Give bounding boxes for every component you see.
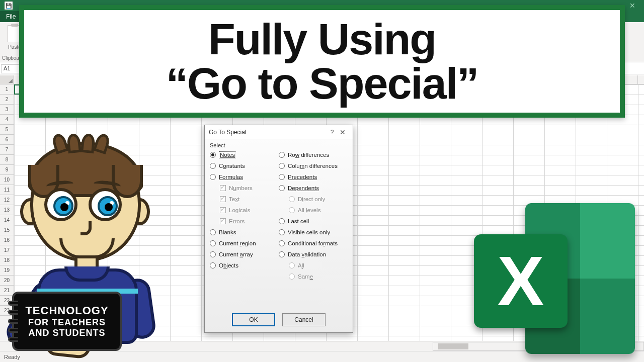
row-header[interactable]: 13 — [0, 205, 14, 215]
row-header[interactable]: 21 — [0, 286, 14, 296]
row-header[interactable]: 20 — [0, 276, 14, 286]
row-header[interactable]: 18 — [0, 255, 14, 265]
radio-direct-only: Direct only — [279, 194, 348, 205]
radio-constants[interactable]: Constants — [210, 160, 279, 171]
row-header[interactable]: 5 — [0, 125, 14, 135]
radio-current-array[interactable]: Current array — [210, 249, 279, 260]
row-header[interactable]: 8 — [0, 155, 14, 165]
row-header[interactable]: 10 — [0, 175, 14, 185]
channel-line-2: FOR TEACHERS — [14, 317, 120, 328]
dialog-title: Go To Special — [209, 129, 328, 136]
check-errors: Errors — [210, 216, 279, 227]
dialog-button-row: OK Cancel — [205, 313, 353, 326]
row-header[interactable]: 19 — [0, 265, 14, 276]
row-header[interactable]: 16 — [0, 235, 14, 245]
row-header[interactable]: 12 — [0, 195, 14, 205]
check-text: Text — [210, 194, 279, 205]
notebook-spiral-icon — [8, 299, 18, 344]
ok-button[interactable]: OK — [232, 313, 275, 326]
radio-dependents[interactable]: Dependents — [279, 183, 348, 194]
dialog-section-label: Select — [205, 139, 353, 149]
go-to-special-dialog: Go To Special ? ✕ Select Notes Constants… — [204, 125, 353, 333]
dialog-right-column: Row differences Column differences Prece… — [279, 149, 348, 282]
row-header[interactable]: 2 — [0, 95, 14, 105]
radio-precedents[interactable]: Precedents — [279, 171, 348, 183]
radio-objects[interactable]: Objects — [210, 260, 279, 271]
select-all-triangle[interactable] — [0, 75, 14, 84]
dialog-close-icon[interactable]: ✕ — [337, 128, 349, 136]
channel-logo: TECHNOLOGY FOR TEACHERS AND STUDENTS — [12, 292, 122, 351]
headline-line-2: “Go to Special” — [166, 61, 478, 106]
row-header[interactable]: 17 — [0, 245, 14, 255]
radio-all-levels: All levels — [279, 205, 348, 216]
radio-column-differences[interactable]: Column differences — [279, 160, 348, 171]
row-header[interactable]: 9 — [0, 165, 14, 175]
headline-banner: Fully Using “Go to Special” — [19, 5, 625, 118]
channel-line-1: TECHNOLOGY — [14, 304, 120, 317]
radio-dv-all: All — [279, 260, 348, 271]
row-header[interactable]: 14 — [0, 215, 14, 225]
channel-line-3: AND STUDENTS — [14, 328, 120, 338]
row-header[interactable]: 11 — [0, 185, 14, 195]
excel-product-icon: X — [474, 203, 635, 354]
row-header[interactable]: 15 — [0, 225, 14, 235]
row-header[interactable]: 7 — [0, 145, 14, 155]
radio-formulas[interactable]: Formulas — [210, 171, 279, 183]
radio-current-region[interactable]: Current region — [210, 238, 279, 249]
radio-row-differences[interactable]: Row differences — [279, 149, 348, 160]
row-header[interactable]: 4 — [0, 115, 14, 125]
radio-last-cell[interactable]: Last cell — [279, 216, 348, 227]
radio-blanks[interactable]: Blanks — [210, 227, 279, 238]
dialog-help-icon[interactable]: ? — [328, 129, 337, 136]
radio-dv-same: Same — [279, 271, 348, 282]
headline-line-1: Fully Using — [208, 17, 436, 61]
radio-data-validation[interactable]: Data validation — [279, 249, 348, 260]
status-ready: Ready — [4, 354, 20, 360]
excel-x-glyph: X — [497, 240, 544, 322]
check-logicals: Logicals — [210, 205, 279, 216]
radio-notes[interactable]: Notes — [210, 149, 279, 160]
row-header[interactable]: 3 — [0, 105, 14, 115]
radio-conditional-formats[interactable]: Conditional formats — [279, 238, 348, 249]
dialog-titlebar[interactable]: Go To Special ? ✕ — [205, 125, 353, 139]
save-icon[interactable]: 💾 — [4, 1, 13, 10]
check-numbers: Numbers — [210, 183, 279, 194]
file-tab[interactable]: File — [0, 11, 22, 22]
row-header[interactable]: 6 — [0, 135, 14, 145]
cancel-button[interactable]: Cancel — [282, 313, 326, 326]
dialog-left-column: Notes Constants Formulas Numbers Text Lo… — [210, 149, 279, 282]
row-header[interactable]: 1 — [0, 84, 14, 95]
radio-visible-cells[interactable]: Visible cells only — [279, 227, 348, 238]
ribbon-group-clipboard-label: Clipboa — [2, 55, 19, 61]
